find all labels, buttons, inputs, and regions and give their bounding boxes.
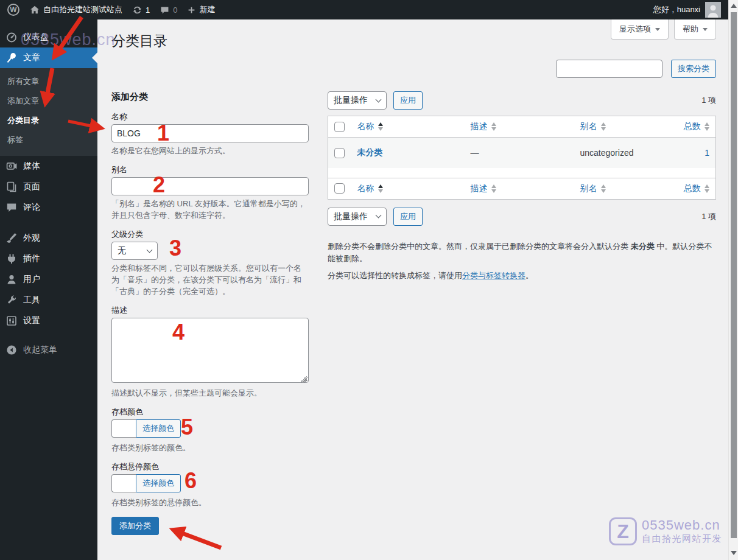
submenu-categories[interactable]: 分类目录 bbox=[0, 111, 97, 130]
submenu-tags[interactable]: 标签 bbox=[0, 130, 97, 150]
select-all-checkbox[interactable] bbox=[334, 122, 345, 132]
column-footer-count[interactable]: 总数 bbox=[678, 178, 716, 199]
bulk-actions-select[interactable]: 批量操作 bbox=[328, 208, 387, 226]
sort-arrows-icon bbox=[601, 122, 606, 131]
add-category-submit-button[interactable]: 添加分类 bbox=[111, 517, 159, 535]
hover-color-picker-button[interactable]: 选择颜色 bbox=[136, 474, 181, 492]
comments-icon bbox=[5, 201, 18, 214]
sidebar-item-tools[interactable]: 工具 bbox=[0, 290, 97, 310]
category-name-link[interactable]: 未分类 bbox=[357, 147, 383, 157]
updates-icon bbox=[132, 5, 142, 15]
sidebar-item-pages[interactable]: 页面 bbox=[0, 177, 97, 197]
user-greeting[interactable]: 您好，huanxi bbox=[653, 4, 700, 15]
collapse-arrow-icon bbox=[5, 344, 18, 356]
sort-arrows-icon bbox=[491, 122, 496, 131]
updates-link[interactable]: 1 bbox=[127, 0, 155, 19]
bulk-actions-select[interactable]: 批量操作 bbox=[328, 91, 387, 110]
admin-sidebar: 仪表盘 文章 所有文章 添加文章 分类目录 标签 媒体 页面 评论 外观 bbox=[0, 19, 97, 560]
pages-icon bbox=[5, 181, 18, 193]
comments-link[interactable]: 0 bbox=[155, 0, 182, 19]
category-description-textarea[interactable] bbox=[111, 318, 309, 383]
category-slug-input[interactable] bbox=[111, 177, 309, 195]
hover-color-field: 存档悬停颜色 选择颜色 存档类别标签的悬停颜色。 bbox=[111, 462, 309, 508]
bulk-actions-bottom: 批量操作 应用 1 项 bbox=[328, 208, 716, 226]
apply-button[interactable]: 应用 bbox=[393, 91, 423, 110]
table-header-row: 名称 描述 别名 总数 bbox=[328, 116, 716, 138]
sidebar-item-users[interactable]: 用户 bbox=[0, 269, 97, 290]
description-label: 描述 bbox=[111, 306, 309, 315]
posts-submenu: 所有文章 添加文章 分类目录 标签 bbox=[0, 68, 97, 156]
table-row: 未分类 — uncategorized 1 bbox=[328, 138, 716, 168]
parent-field: 父级分类 无 分类和标签不同，它可以有层级关系。您可以有一个名为「音乐」的分类，… bbox=[111, 229, 309, 297]
select-all-checkbox[interactable] bbox=[334, 183, 345, 194]
category-name-input[interactable] bbox=[111, 124, 309, 142]
scroll-up-arrow-icon[interactable] bbox=[731, 4, 737, 8]
convert-note-paragraph: 分类可以选择性的转换成标签，请使用分类与标签转换器。 bbox=[328, 270, 716, 282]
help-tab[interactable]: 帮助 bbox=[674, 19, 716, 40]
sidebar-item-appearance[interactable]: 外观 bbox=[0, 228, 97, 248]
submenu-add-post[interactable]: 添加文章 bbox=[0, 91, 97, 111]
submenu-all-posts[interactable]: 所有文章 bbox=[0, 72, 97, 91]
bulk-actions-value: 批量操作 bbox=[334, 211, 368, 222]
sort-arrows-icon bbox=[378, 122, 383, 131]
add-category-form: 添加分类 名称 名称是它在您网站上的显示方式。 别名 「别名」是名称的 URL … bbox=[111, 91, 309, 535]
name-label: 名称 bbox=[111, 112, 309, 122]
new-content-link[interactable]: 新建 bbox=[182, 0, 220, 19]
brush-icon bbox=[5, 232, 18, 244]
row-checkbox[interactable] bbox=[334, 148, 345, 158]
archive-color-picker-button[interactable]: 选择颜色 bbox=[136, 419, 181, 438]
vertical-scrollbar[interactable] bbox=[728, 0, 738, 560]
apply-button[interactable]: 应用 bbox=[393, 208, 423, 226]
search-categories-button[interactable]: 搜索分类 bbox=[671, 60, 716, 78]
pushpin-icon bbox=[5, 52, 18, 64]
add-category-heading: 添加分类 bbox=[111, 91, 309, 102]
sidebar-item-plugins[interactable]: 插件 bbox=[0, 248, 97, 269]
wordpress-logo-icon: W bbox=[7, 4, 19, 16]
sidebar-item-collapse-menu[interactable]: 收起菜单 bbox=[0, 340, 97, 360]
bulk-actions-top: 批量操作 应用 1 项 bbox=[328, 91, 716, 110]
user-icon bbox=[5, 273, 18, 285]
column-header-slug[interactable]: 别名 bbox=[574, 116, 678, 138]
sidebar-item-dashboard[interactable]: 仪表盘 bbox=[0, 27, 97, 47]
wrench-icon bbox=[5, 294, 18, 306]
column-footer-slug[interactable]: 别名 bbox=[574, 178, 678, 199]
column-footer-name[interactable]: 名称 bbox=[351, 178, 465, 199]
bulk-actions-value: 批量操作 bbox=[334, 95, 368, 106]
parent-category-select[interactable]: 无 bbox=[111, 242, 158, 260]
screen-options-tab[interactable]: 显示选项 bbox=[611, 19, 669, 40]
categories-table: 名称 描述 别名 总数 未分类 — uncategorized 1 bbox=[328, 116, 716, 200]
column-header-description[interactable]: 描述 bbox=[465, 116, 574, 138]
sidebar-item-media[interactable]: 媒体 bbox=[0, 156, 97, 177]
sidebar-item-posts[interactable]: 文章 bbox=[0, 47, 97, 68]
column-header-count[interactable]: 总数 bbox=[678, 116, 716, 138]
sidebar-label-settings: 设置 bbox=[23, 315, 40, 326]
chevron-down-icon bbox=[376, 96, 382, 102]
description-help-text: 描述默认不显示，但某些主题可能会显示。 bbox=[111, 387, 309, 399]
sidebar-item-comments[interactable]: 评论 bbox=[0, 197, 97, 218]
scrollbar-thumb[interactable] bbox=[731, 12, 737, 538]
name-field: 名称 名称是它在您网站上的显示方式。 bbox=[111, 112, 309, 156]
sidebar-item-settings[interactable]: 设置 bbox=[0, 310, 97, 331]
tag-converter-link[interactable]: 分类与标签转换器 bbox=[462, 271, 525, 280]
sidebar-label-collapse: 收起菜单 bbox=[23, 345, 57, 355]
home-icon bbox=[29, 4, 40, 15]
slug-field: 别名 「别名」是名称的 URL 友好版本。它通常都是小写的，并且只包含字母、数字… bbox=[111, 165, 309, 221]
media-icon bbox=[5, 160, 18, 172]
hover-color-label: 存档悬停颜色 bbox=[111, 462, 309, 472]
search-input[interactable] bbox=[556, 60, 662, 78]
category-count-link[interactable]: 1 bbox=[678, 138, 716, 168]
default-category-name: 未分类 bbox=[631, 242, 655, 251]
column-footer-description[interactable]: 描述 bbox=[465, 178, 574, 199]
user-avatar[interactable] bbox=[705, 2, 721, 18]
main-content: 显示选项 帮助 分类目录 搜索分类 添加分类 名称 名称是它在您网站上的显示方式… bbox=[97, 19, 728, 560]
scroll-down-arrow-icon[interactable] bbox=[731, 551, 737, 555]
sidebar-label-users: 用户 bbox=[23, 274, 40, 285]
table-filler-row bbox=[328, 168, 716, 178]
sidebar-label-appearance: 外观 bbox=[23, 233, 40, 243]
site-name-link[interactable]: 自由拾光建站测试站点 bbox=[24, 0, 127, 19]
wordpress-logo-menu[interactable]: W bbox=[0, 0, 24, 19]
sort-arrows-icon bbox=[705, 122, 709, 131]
column-header-name[interactable]: 名称 bbox=[351, 116, 465, 138]
settings-sliders-icon bbox=[5, 315, 18, 327]
description-field: 描述 描述默认不显示，但某些主题可能会显示。 bbox=[111, 306, 309, 399]
